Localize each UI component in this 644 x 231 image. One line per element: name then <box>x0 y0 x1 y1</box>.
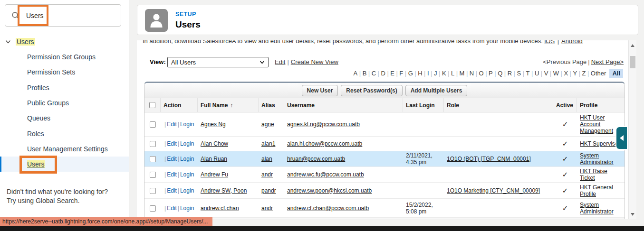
sidebar-item-permission-set-groups[interactable]: Permission Set Groups <box>0 49 129 65</box>
scroll-down-button[interactable] <box>629 210 636 218</box>
alphabet-filter-y[interactable]: Y <box>573 70 577 77</box>
alphabet-filter-q[interactable]: Q <box>498 70 502 77</box>
login-link[interactable]: Login <box>180 205 194 212</box>
column-header-active[interactable]: Active <box>553 98 577 112</box>
profile-link[interactable]: HKT User Account Management <box>580 114 613 134</box>
alphabet-filter-other[interactable]: Other <box>591 70 606 77</box>
ios-link[interactable]: iOS <box>544 40 555 45</box>
sidebar-item-profiles[interactable]: Profiles <box>0 80 129 95</box>
side-panel-toggle-button[interactable] <box>616 127 627 149</box>
edit-view-link[interactable]: Edit <box>275 58 285 65</box>
reset-password-s-button[interactable]: Reset Password(s) <box>341 85 402 96</box>
column-header-username[interactable]: Username <box>284 98 403 112</box>
add-multiple-users-button[interactable]: Add Multiple Users <box>405 85 468 96</box>
row-checkbox[interactable] <box>150 188 156 194</box>
alphabet-filter-m[interactable]: M <box>460 70 465 77</box>
login-link[interactable]: Login <box>180 140 194 147</box>
create-new-view-link[interactable]: Create New View <box>291 58 338 65</box>
profile-link[interactable]: HKT Supervisor <box>580 140 620 147</box>
profile-link[interactable]: HKT Raise Ticket <box>580 168 607 181</box>
edit-link[interactable]: Edit <box>167 171 177 178</box>
select-all-checkbox[interactable] <box>149 102 155 108</box>
edit-link[interactable]: Edit <box>167 121 177 128</box>
username-link[interactable]: hruan@pccw.com.uatb <box>287 156 345 162</box>
sidebar-item-queues[interactable]: Queues <box>0 111 129 126</box>
alias-link[interactable]: alan <box>261 156 272 162</box>
full-name-link[interactable]: Alan Ruan <box>201 156 227 162</box>
row-checkbox[interactable] <box>150 205 156 212</box>
quick-find-box[interactable] <box>5 4 121 27</box>
profile-link[interactable]: System Administrator <box>580 202 614 215</box>
alphabet-filter-c[interactable]: C <box>372 70 376 77</box>
row-checkbox[interactable] <box>150 121 156 128</box>
new-user-button[interactable]: New User <box>302 85 338 96</box>
alphabet-filter-s[interactable]: S <box>517 70 521 77</box>
role-link[interactable]: 1O1O (BOT) [TGP_CNM_00001] <box>447 156 531 162</box>
scroll-up-button[interactable] <box>629 41 636 49</box>
alphabet-filter-w[interactable]: W <box>553 70 559 77</box>
profile-link[interactable]: HKT General Profile <box>580 184 613 197</box>
username-link[interactable]: agnes.kl.ng@pccw.com.uatb <box>287 121 360 128</box>
alias-link[interactable]: alan1 <box>261 140 275 147</box>
alphabet-filter-r[interactable]: R <box>508 70 512 77</box>
column-header-action[interactable]: Action <box>161 98 198 112</box>
quick-find-input[interactable] <box>26 12 102 19</box>
row-checkbox[interactable] <box>150 156 156 162</box>
full-name-link[interactable]: Andrew Fu <box>201 171 228 178</box>
view-select[interactable]: All Users <box>167 57 269 67</box>
edit-link[interactable]: Edit <box>167 156 177 162</box>
username-link[interactable]: andrew.cf.chan@pccw.com.uatb <box>287 205 369 212</box>
column-header-full-name[interactable]: Full Name↑ <box>198 98 259 112</box>
login-link[interactable]: Login <box>180 171 194 178</box>
login-link[interactable]: Login <box>180 187 194 194</box>
column-header-profile[interactable]: Profile <box>577 98 625 112</box>
alphabet-filter-j[interactable]: J <box>434 70 437 77</box>
edit-link[interactable]: Edit <box>167 140 177 147</box>
alphabet-filter-a[interactable]: A <box>354 70 358 77</box>
sidebar-item-roles[interactable]: Roles <box>0 126 129 141</box>
alphabet-filter-u[interactable]: U <box>535 70 539 77</box>
full-name-link[interactable]: Agnes Ng <box>201 121 226 128</box>
next-page-link[interactable]: Next Page> <box>591 58 624 65</box>
column-header-alias[interactable]: Alias <box>259 98 284 112</box>
sidebar-item-users[interactable]: Users <box>0 157 129 172</box>
full-name-link[interactable]: Andrew SW, Poon <box>201 187 247 194</box>
alphabet-filter-h[interactable]: H <box>418 70 422 77</box>
edit-link[interactable]: Edit <box>167 187 177 194</box>
alphabet-filter-e[interactable]: E <box>390 70 394 77</box>
login-link[interactable]: Login <box>180 121 194 128</box>
alphabet-filter-o[interactable]: O <box>479 70 484 77</box>
alias-link[interactable]: agne <box>261 121 274 128</box>
scrollbar-thumb[interactable] <box>630 56 635 68</box>
row-checkbox[interactable] <box>150 141 156 147</box>
alphabet-filter-all[interactable]: All <box>609 69 623 78</box>
sidebar-item-public-groups[interactable]: Public Groups <box>0 95 129 111</box>
profile-link[interactable]: System Administrator <box>580 152 614 166</box>
username-link[interactable]: andrew.sw.poon@hkcsl.com.uatb <box>287 187 372 194</box>
sidebar-item-user-management-settings[interactable]: User Management Settings <box>0 141 129 157</box>
role-link[interactable]: 1O1O Marketing [CTY_CNM_00009] <box>447 187 540 194</box>
full-name-link[interactable]: andrew.cf.chan <box>201 205 239 212</box>
alphabet-filter-p[interactable]: P <box>489 70 493 77</box>
alias-link[interactable]: andr <box>261 171 273 178</box>
full-name-cell: Alan Chow <box>198 139 259 148</box>
username-link[interactable]: alan.hl.chow@pccw.com.uatb <box>287 140 362 147</box>
sidebar-item-permission-sets[interactable]: Permission Sets <box>0 65 129 80</box>
alphabet-filter-k[interactable]: K <box>442 70 446 77</box>
tree-node-users[interactable]: Users <box>5 37 35 47</box>
full-name-link[interactable]: Alan Chow <box>201 140 228 147</box>
alphabet-filter-d[interactable]: D <box>381 70 385 77</box>
alias-link[interactable]: andr <box>261 205 273 212</box>
alphabet-filter-g[interactable]: G <box>408 70 413 77</box>
android-link[interactable]: Android <box>561 40 583 45</box>
alphabet-filter-x[interactable]: X <box>564 70 568 77</box>
username-link[interactable]: andrew.wc.fu@pccw.com.uatb <box>287 171 364 178</box>
edit-link[interactable]: Edit <box>167 205 177 212</box>
column-header-role[interactable]: Role <box>444 98 553 112</box>
vertical-scrollbar[interactable] <box>628 40 636 219</box>
column-header-last-login[interactable]: Last Login <box>403 98 444 112</box>
row-checkbox[interactable] <box>150 172 156 178</box>
alias-link[interactable]: pandr <box>261 187 276 194</box>
alphabet-filter-n[interactable]: N <box>470 70 474 77</box>
login-link[interactable]: Login <box>180 156 194 162</box>
